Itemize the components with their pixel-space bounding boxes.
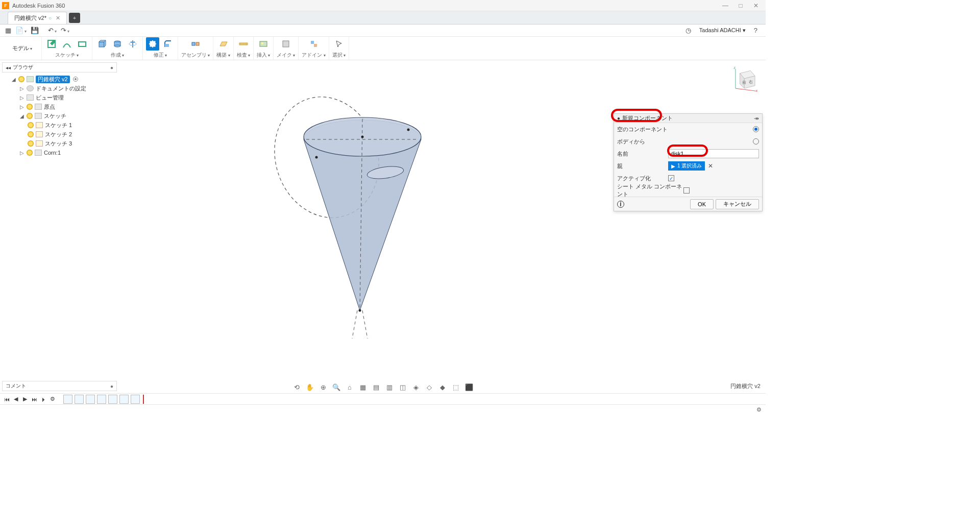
tree-component[interactable]: ▷Corn:1 — [2, 148, 117, 157]
create-sketch-icon[interactable] — [45, 37, 58, 51]
status-settings-button[interactable]: ⚙ — [756, 406, 762, 413]
toolbar-group-label[interactable]: メイク — [277, 51, 295, 60]
dialog-header[interactable]: ● 新規コンポーネント ↠ — [614, 114, 762, 123]
visual-style-2-button[interactable]: ◇ — [425, 383, 434, 391]
layout-button[interactable]: ◫ — [398, 383, 407, 391]
tree-sketch-item[interactable]: スケッチ 2 — [2, 130, 117, 139]
toolbar-group-label[interactable]: アセンブリ — [181, 51, 210, 60]
toolbar-group-label[interactable]: 修正 — [154, 51, 167, 60]
visual-style-button[interactable]: ◈ — [411, 383, 421, 391]
zoom-button[interactable]: ⊕ — [318, 383, 328, 391]
toolbar-group-label[interactable]: 作成 — [111, 51, 124, 60]
browser-nav-icon[interactable]: ◂◂ — [6, 65, 11, 70]
comment-collapse-button[interactable]: ● — [110, 383, 113, 389]
lightbulb-icon[interactable] — [27, 113, 33, 119]
visual-style-3-button[interactable]: ◆ — [438, 383, 447, 391]
record-icon[interactable] — [73, 77, 78, 82]
window-close-button[interactable]: ✕ — [748, 2, 764, 9]
timeline-first-button[interactable]: ⏮ — [3, 396, 10, 402]
activate-checkbox[interactable] — [668, 175, 674, 181]
undo-button[interactable]: ↶ — [46, 27, 59, 34]
toolbar-group-label[interactable]: 検査 — [237, 51, 250, 60]
parent-selection-chip[interactable]: ▶1 選択済み — [668, 161, 705, 171]
tree-sketch-item[interactable]: スケッチ 3 — [2, 139, 117, 148]
box-icon[interactable] — [95, 37, 109, 51]
timeline-feature[interactable] — [75, 395, 84, 404]
sheetmetal-checkbox[interactable] — [683, 187, 690, 194]
measure-icon[interactable] — [237, 37, 250, 51]
parent-clear-button[interactable]: ✕ — [708, 162, 713, 170]
timeline-feature[interactable] — [108, 395, 117, 404]
timeline-feature[interactable] — [63, 395, 72, 404]
comment-panel[interactable]: コメント ● — [2, 381, 117, 391]
tab-close-button[interactable]: ✕ — [56, 15, 60, 21]
insert-icon[interactable] — [257, 37, 270, 51]
grid-settings-button[interactable]: ▤ — [372, 383, 381, 391]
workspace-selector[interactable]: モデル — [3, 37, 42, 60]
lightbulb-icon[interactable] — [28, 140, 34, 147]
timeline-prev-button[interactable]: ◀ — [12, 396, 19, 402]
file-menu-button[interactable]: 📄 — [13, 27, 29, 34]
dialog-pin-button[interactable]: ↠ — [754, 115, 759, 122]
timeline-play-button[interactable]: ▶ — [21, 396, 29, 402]
tree-origin[interactable]: ▷原点 — [2, 102, 117, 111]
window-maximize-button[interactable]: □ — [733, 2, 748, 9]
timeline-feature[interactable] — [97, 395, 106, 404]
toolbar-group-label[interactable]: スケッチ — [55, 51, 79, 60]
plane-icon[interactable] — [217, 37, 230, 51]
lightbulb-icon[interactable] — [28, 131, 34, 137]
from-body-radio[interactable] — [753, 138, 759, 144]
save-button[interactable]: 💾 — [29, 27, 41, 34]
fillet-icon[interactable] — [161, 37, 175, 51]
lightbulb-icon[interactable] — [28, 122, 34, 128]
visual-style-5-button[interactable]: ⬛ — [464, 383, 474, 391]
browser-header[interactable]: ◂◂ ブラウザ ● — [2, 62, 117, 73]
view-cube[interactable]: 前 右 z x — [732, 65, 758, 92]
make-icon[interactable] — [279, 37, 292, 51]
pan-button[interactable]: ✋ — [305, 383, 314, 391]
timeline-feature[interactable] — [119, 395, 129, 404]
timeline-marker-icon[interactable] — [143, 395, 144, 404]
empty-component-radio[interactable] — [753, 126, 759, 132]
revolve-icon[interactable] — [126, 37, 139, 51]
data-panel-button[interactable]: ▦ — [3, 27, 13, 34]
redo-button[interactable]: ↷ — [59, 27, 71, 34]
tree-doc-settings[interactable]: ▷ドキュメントの設定 — [2, 84, 117, 93]
visual-style-4-button[interactable]: ⬚ — [451, 383, 460, 391]
press-pull-icon[interactable] — [146, 37, 159, 51]
line-icon[interactable] — [60, 37, 74, 51]
timeline-feature[interactable] — [86, 395, 95, 404]
select-icon[interactable] — [332, 37, 346, 51]
lightbulb-icon[interactable] — [27, 150, 33, 156]
timeline-settings-button[interactable]: ⚙ — [49, 396, 56, 402]
component-name-input[interactable] — [668, 149, 759, 158]
display-settings-button[interactable]: ▦ — [358, 383, 368, 391]
toolbar-group-label[interactable]: アドイン — [302, 51, 325, 60]
tree-sketch-item[interactable]: スケッチ 1 — [2, 120, 117, 130]
ok-button[interactable]: OK — [690, 199, 714, 209]
dialog-info-button[interactable]: i — [617, 201, 624, 208]
help-button[interactable]: ? — [752, 27, 760, 34]
toolbar-group-label[interactable]: 構築 — [216, 51, 230, 60]
tree-sketch-folder[interactable]: ◢スケッチ — [2, 111, 117, 120]
cancel-button[interactable]: キャンセル — [716, 199, 759, 209]
joint-icon[interactable] — [189, 37, 202, 51]
rectangle-icon[interactable] — [76, 37, 89, 51]
window-minimize-button[interactable]: — — [718, 2, 733, 9]
tree-root[interactable]: ◢円錐横穴 v2 — [2, 75, 117, 84]
addins-icon[interactable] — [307, 37, 321, 51]
browser-collapse-button[interactable]: ● — [110, 65, 113, 70]
job-status-icon[interactable]: ◷ — [683, 27, 693, 34]
toolbar-group-label[interactable]: 選択 — [332, 51, 346, 60]
new-tab-button[interactable]: + — [69, 13, 80, 23]
lightbulb-icon[interactable] — [18, 76, 24, 82]
tree-views[interactable]: ▷ビュー管理 — [2, 93, 117, 102]
orbit-button[interactable]: ⟲ — [292, 383, 301, 391]
timeline-next-button[interactable]: ⏭ — [31, 396, 38, 402]
user-menu[interactable]: Tadashi ADACHI ▾ — [699, 27, 746, 34]
viewport-button[interactable]: ▥ — [385, 383, 394, 391]
toolbar-group-label[interactable]: 挿入 — [257, 51, 270, 60]
zoom-window-button[interactable]: 🔍 — [332, 383, 341, 391]
timeline-last-button[interactable]: ⏵ — [40, 396, 47, 402]
document-tab[interactable]: 円錐横穴 v2* ○ ✕ — [8, 12, 67, 24]
